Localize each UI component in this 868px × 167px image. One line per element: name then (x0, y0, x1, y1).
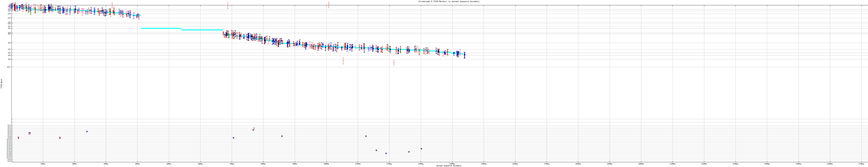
error-bar-cap (254, 35, 256, 35)
error-bar-cap (341, 47, 342, 47)
error-bar-cap (110, 17, 111, 17)
error-bar-cap (60, 13, 61, 14)
error-bar-cap (361, 45, 362, 46)
x-tick-label: 100Mbp (323, 163, 329, 165)
error-bar-cap (64, 12, 65, 12)
error-bar-cap (58, 5, 60, 6)
y-tick-left (11, 147, 13, 147)
legend-label-sc: SC (865, 13, 868, 15)
chrom-label: chr18 (1, 151, 11, 153)
x-tick-label: 20Mbp (72, 163, 77, 165)
chrom-label: chr20 (1, 154, 11, 156)
error-bar-cap (287, 45, 288, 46)
chrom-label: chr7 (1, 134, 11, 136)
error-bar-cap (328, 2, 330, 2)
marker-fhcrc-square (398, 50, 399, 51)
error-bar-cap (380, 47, 382, 48)
error-bar (261, 36, 261, 41)
error-bar-cap (234, 37, 235, 37)
error-bar-cap (126, 17, 127, 17)
error-bar (251, 35, 252, 40)
error-bar-cap (407, 53, 409, 53)
error-bar-cap (85, 14, 87, 14)
error-bar-cap (130, 15, 131, 15)
error-bar-cap (406, 53, 407, 54)
fish-band-label: p11 (1, 23, 11, 25)
error-bar-cap (81, 12, 83, 12)
marker-sc-diamond (59, 137, 61, 138)
error-bar-cap (426, 47, 428, 48)
error-bar-cap (458, 51, 459, 52)
error-bar (465, 52, 465, 58)
error-bar-cap (30, 10, 31, 10)
fish-band-label: p13 (1, 17, 11, 19)
y-gridline (11, 34, 868, 34)
error-bar-cap (400, 53, 401, 53)
error-bar-cap (315, 45, 316, 46)
error-bar-cap (268, 41, 270, 41)
error-bar-cap (81, 8, 83, 8)
marker-nci-square (62, 9, 63, 10)
error-bar-cap (23, 5, 25, 5)
fish-band-label: q31 (1, 48, 11, 50)
x-gridline (106, 5, 106, 162)
marker-fhcrc-square (239, 35, 241, 37)
error-bar-cap (239, 39, 241, 39)
error-bar-cap (104, 9, 106, 10)
marker-fhcrc-square (248, 35, 250, 36)
error-bar-cap (104, 16, 106, 16)
error-bar-cap (322, 43, 323, 44)
marker-fhcrc-square (444, 53, 446, 54)
error-bar-cap (100, 13, 101, 13)
error-bar-cap (335, 44, 336, 44)
marker-fhcrc-square (457, 54, 458, 55)
error-bar-cap (359, 50, 360, 51)
y-gridline (11, 130, 868, 130)
error-bar-cap (42, 12, 44, 13)
chrom-label: chr5 (1, 131, 11, 132)
error-bar-cap (138, 20, 140, 20)
error-bar-cap (281, 43, 282, 43)
error-bar-cap (58, 11, 60, 12)
error-bar-cap (232, 38, 234, 39)
error-bar-cap (238, 32, 240, 33)
error-bar-cap (417, 46, 418, 47)
error-bar-cap (364, 48, 365, 49)
error-bar-cap (319, 48, 321, 48)
error-bar-cap (429, 54, 430, 54)
error-bar-cap (398, 54, 399, 54)
fish-band-label: q22 (1, 42, 11, 44)
marker-lanl-plus (34, 9, 35, 11)
error-bar-cap (282, 40, 283, 40)
error-bar-cap (377, 52, 379, 53)
marker-fhcrc-square (341, 47, 342, 48)
error-bar-cap (66, 15, 67, 15)
error-bar-cap (246, 40, 247, 40)
error-bar-cap (138, 14, 140, 14)
error-bar-cap (325, 45, 326, 46)
error-bar-cap (57, 6, 59, 6)
error-bar-cap (34, 8, 35, 8)
marker-sc-diamond (282, 41, 283, 43)
y-gridline (11, 24, 868, 24)
y-tick-left (11, 34, 13, 34)
error-bar-cap (351, 45, 352, 45)
error-bar-cap (289, 42, 290, 42)
y-gridline (11, 155, 868, 155)
error-bar-cap (342, 64, 344, 64)
error-bar-cap (265, 42, 266, 43)
error-bar-cap (55, 8, 56, 8)
error-bar-cap (128, 16, 129, 16)
error-bar-cap (390, 53, 391, 53)
error-bar-cap (21, 8, 23, 8)
error-bar-cap (278, 40, 280, 40)
marker-fhcrc-square (87, 131, 88, 132)
error-bar-cap (57, 9, 59, 10)
fish-band-label: q11 (1, 25, 11, 27)
error-bar-cap (231, 38, 233, 38)
error-bar-cap (234, 38, 235, 38)
chrom-label: chr21 (1, 156, 11, 158)
chrom-label: chr13 (1, 143, 11, 145)
error-bar-cap (275, 39, 277, 39)
y-tick-left (11, 18, 13, 18)
